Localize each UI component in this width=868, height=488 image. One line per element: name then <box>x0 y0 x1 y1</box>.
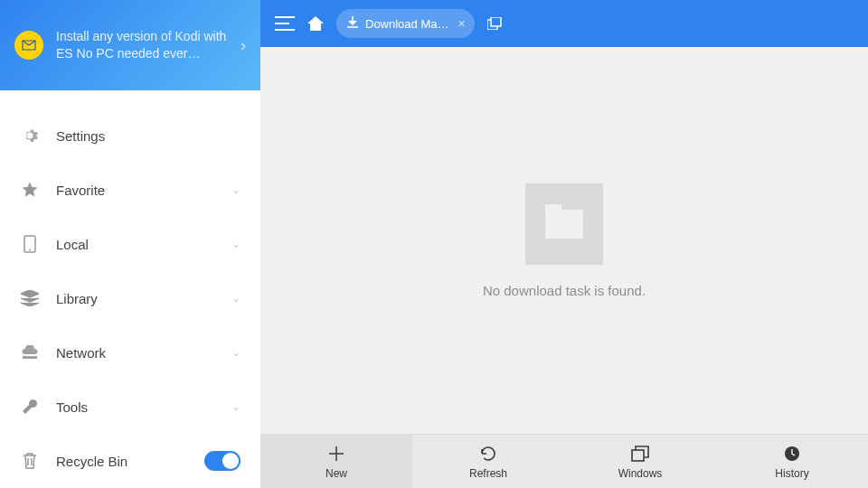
main-area: Download Ma… × No download task is found… <box>260 0 868 488</box>
bottombar-label: Refresh <box>469 467 507 480</box>
sidebar-item-label: Network <box>56 345 231 361</box>
chevron-down-icon: ⌄ <box>231 292 241 305</box>
bottombar-label: Windows <box>618 467 663 480</box>
chevron-down-icon: ⌄ <box>231 183 241 196</box>
chevron-down-icon: ⌄ <box>231 346 241 359</box>
promo-banner[interactable]: Install any version of Kodi with ES No P… <box>0 0 260 90</box>
bottombar-label: History <box>775 467 808 480</box>
phone-icon <box>20 235 40 253</box>
bottombar-history[interactable]: History <box>716 435 868 488</box>
chevron-down-icon: ⌄ <box>231 400 241 413</box>
tab-download-manager[interactable]: Download Ma… × <box>336 9 475 38</box>
clock-icon <box>783 444 801 464</box>
sidebar-menu: Settings Favorite ⌄ Local ⌄ Library ⌄ <box>0 90 260 488</box>
sidebar-item-label: Settings <box>56 128 241 144</box>
bottombar: New Refresh Windows History <box>260 434 868 488</box>
bottombar-new[interactable]: New <box>260 435 412 488</box>
empty-folder-icon <box>525 183 603 265</box>
download-icon <box>347 16 358 32</box>
stack-icon <box>20 290 40 306</box>
recyclebin-toggle[interactable] <box>204 451 241 471</box>
close-icon[interactable]: × <box>457 16 467 31</box>
sidebar-item-network[interactable]: Network ⌄ <box>0 325 260 380</box>
refresh-icon <box>479 444 497 464</box>
windows-icon[interactable] <box>487 17 502 30</box>
sidebar-item-favorite[interactable]: Favorite ⌄ <box>0 163 260 217</box>
topbar: Download Ma… × <box>260 0 868 47</box>
gear-icon <box>20 127 40 145</box>
sidebar-item-label: Tools <box>56 399 231 415</box>
windows-icon <box>631 444 649 464</box>
chevron-right-icon: › <box>241 36 246 55</box>
sidebar-item-library[interactable]: Library ⌄ <box>0 271 260 325</box>
svg-rect-3 <box>491 17 501 26</box>
sidebar-item-label: Local <box>56 237 231 252</box>
mail-icon <box>14 31 43 60</box>
wrench-icon <box>20 398 40 416</box>
plus-icon <box>327 444 345 464</box>
content-area: No download task is found. <box>260 47 868 434</box>
menu-icon[interactable] <box>275 15 295 32</box>
chevron-down-icon: ⌄ <box>231 238 241 250</box>
sidebar-item-local[interactable]: Local ⌄ <box>0 217 260 271</box>
star-icon <box>20 181 40 199</box>
sidebar-item-tools[interactable]: Tools ⌄ <box>0 380 260 434</box>
bottombar-refresh[interactable]: Refresh <box>412 435 564 488</box>
sidebar-item-settings[interactable]: Settings <box>0 108 260 163</box>
banner-text: Install any version of Kodi with ES No P… <box>56 28 241 62</box>
bottombar-label: New <box>326 467 347 480</box>
network-icon <box>20 345 40 360</box>
sidebar-item-label: Favorite <box>56 183 231 198</box>
bottombar-windows[interactable]: Windows <box>564 435 716 488</box>
sidebar-item-label: Library <box>56 291 231 306</box>
sidebar-item-recyclebin[interactable]: Recycle Bin <box>0 434 260 488</box>
svg-point-1 <box>29 249 31 251</box>
sidebar: Install any version of Kodi with ES No P… <box>0 0 260 488</box>
empty-message: No download task is found. <box>483 283 646 298</box>
home-icon[interactable] <box>307 16 324 31</box>
tab-label: Download Ma… <box>365 17 449 31</box>
sidebar-item-label: Recycle Bin <box>56 454 204 469</box>
svg-rect-4 <box>632 450 644 461</box>
trash-icon <box>20 452 40 470</box>
